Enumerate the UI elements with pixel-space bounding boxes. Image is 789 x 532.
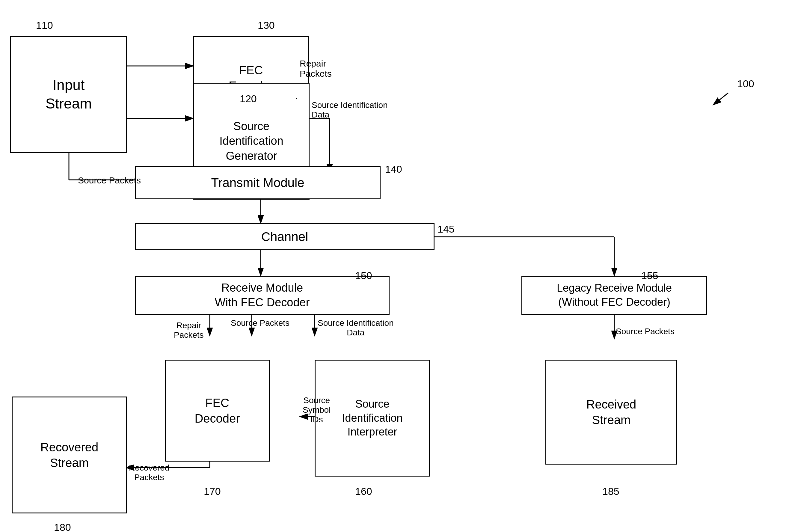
ref-100: 100 <box>737 78 754 90</box>
channel-label: Channel <box>261 229 308 245</box>
source-id-gen-label: Source Identification Generator <box>219 119 283 163</box>
recovered-stream-box: Recovered Stream <box>12 397 127 513</box>
ref-130: 130 <box>258 19 275 31</box>
channel-box: Channel <box>135 223 435 250</box>
repair-packets-top-label: Repair Packets <box>300 58 332 79</box>
fec-decoder-box: FEC Decoder <box>165 360 270 461</box>
source-id-interp-label: Source Identification Interpreter <box>342 397 402 439</box>
received-stream-box: Received Stream <box>545 360 677 464</box>
input-stream-box: Input Stream <box>10 36 127 153</box>
source-id-interp-box: Source Identification Interpreter <box>315 360 430 477</box>
source-packets-left-label: Source Packets <box>78 175 141 186</box>
source-symbol-ids-label: Source Symbol IDs <box>303 396 330 424</box>
ref-155: 155 <box>641 270 658 281</box>
ref-160: 160 <box>355 486 372 497</box>
fec-decoder-label: FEC Decoder <box>194 395 240 426</box>
ref-180: 180 <box>54 521 71 532</box>
receive-module-box: Receive Module With FEC Decoder <box>135 276 389 315</box>
legacy-receive-label: Legacy Receive Module (Without FEC Decod… <box>557 281 672 309</box>
legacy-receive-box: Legacy Receive Module (Without FEC Decod… <box>521 276 707 315</box>
svg-line-21 <box>713 93 728 105</box>
ref-170: 170 <box>204 486 221 497</box>
input-stream-label: Input Stream <box>45 76 92 113</box>
source-packets-right-label: Source Packets <box>616 327 675 336</box>
transmit-module-label: Transmit Module <box>211 175 304 191</box>
diagram: Input Stream FEC Encoder Source Identifi… <box>0 0 789 532</box>
receive-module-label: Receive Module With FEC Decoder <box>215 281 310 310</box>
dot-120: · <box>295 93 297 103</box>
recovered-packets-label: Recovered Packets <box>129 463 169 482</box>
ref-110: 110 <box>36 19 53 31</box>
recovered-stream-label: Recovered Stream <box>40 439 98 471</box>
transmit-module-box: Transmit Module <box>135 166 381 199</box>
ref-150: 150 <box>355 270 372 281</box>
received-stream-label: Received Stream <box>586 397 636 428</box>
ref-120: 120 <box>240 93 257 104</box>
source-packets-middle-label: Source Packets <box>231 318 289 328</box>
source-id-data-top-label: Source Identification Data <box>312 100 388 119</box>
ref-145: 145 <box>438 223 455 235</box>
ref-140: 140 <box>385 163 402 175</box>
ref-185: 185 <box>602 486 619 497</box>
repair-packets-bottom-label: Repair Packets <box>174 321 204 340</box>
source-id-data-bottom-label: Source Identification Data <box>317 318 394 338</box>
